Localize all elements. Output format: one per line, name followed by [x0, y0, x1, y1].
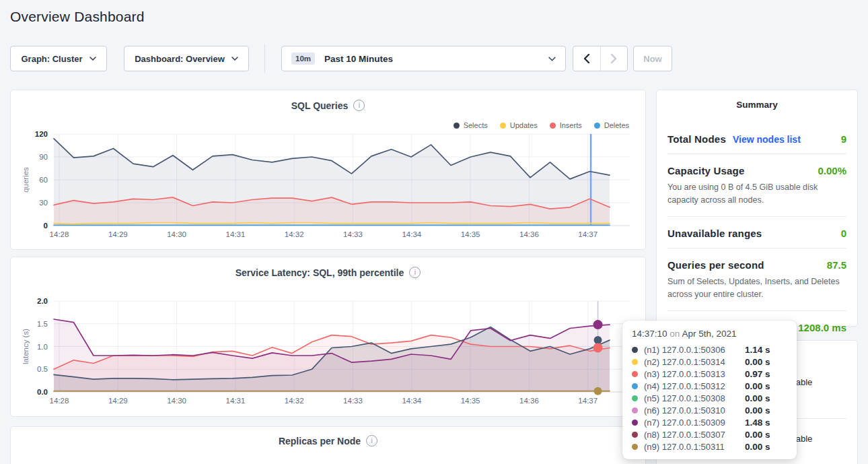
info-icon[interactable]: i: [366, 435, 377, 446]
chevron-down-icon: [548, 57, 556, 61]
svg-text:120: 120: [35, 130, 48, 138]
prev-time-button[interactable]: [573, 46, 600, 71]
dashboard-label: Dashboard: Overview: [135, 54, 225, 64]
svg-text:0.0: 0.0: [37, 388, 48, 396]
tooltip-node-label: (n8) 127.0.0.1:50307: [644, 430, 745, 440]
svg-text:60: 60: [39, 176, 48, 184]
svg-text:0.5: 0.5: [37, 365, 48, 373]
graph-scope-dropdown[interactable]: Graph: Cluster: [10, 46, 107, 71]
tooltip-node-label: (n2) 127.0.0.1:50314: [644, 357, 745, 367]
legend-dot-icon: [594, 123, 600, 129]
summary-value: 9: [841, 133, 846, 145]
tooltip-node-row: (n9) 127.0.0.1:503110.00 s: [632, 440, 787, 453]
summary-row: Queries per second87.5Sum of Selects, Up…: [667, 248, 846, 311]
svg-text:0: 0: [44, 222, 48, 230]
svg-text:14:28: 14:28: [50, 230, 69, 238]
next-time-button[interactable]: [600, 46, 627, 71]
time-step-buttons: [573, 46, 628, 71]
tooltip-node-label: (n9) 127.0.0.1:50311: [644, 442, 745, 452]
chart-title: Replicas per Node: [279, 436, 361, 446]
time-range-label: Past 10 Minutes: [324, 54, 548, 64]
svg-text:14:31: 14:31: [226, 230, 246, 238]
legend-dot-icon: [550, 123, 556, 129]
tooltip-timestamp: 14:37:10 on Apr 5th, 2021: [632, 329, 787, 339]
tooltip-rows: (n1) 127.0.0.1:503061.14 s(n2) 127.0.0.1…: [632, 343, 787, 453]
summary-row-head: Capacity Usage0.00%: [667, 165, 846, 176]
series-dot-icon: [632, 371, 638, 377]
tooltip-node-value: 0.97 s: [745, 369, 770, 379]
svg-text:14:32: 14:32: [285, 230, 304, 238]
legend-item-updates: Updates: [500, 121, 538, 129]
svg-text:14:34: 14:34: [402, 230, 421, 238]
tooltip-node-row: (n7) 127.0.0.1:503091.48 s: [632, 416, 787, 428]
tooltip-node-row: (n1) 127.0.0.1:503061.14 s: [632, 343, 787, 356]
svg-text:14:29: 14:29: [108, 230, 128, 238]
chevron-down-icon: [89, 57, 96, 61]
replicas-title-row: Replicas per Node i: [11, 435, 645, 446]
summary-row: Capacity Usage0.00%You are using 0 B of …: [667, 154, 846, 217]
summary-label: Unavailable ranges: [667, 228, 762, 239]
graph-scope-label: Graph: Cluster: [21, 54, 82, 64]
series-dot-icon: [632, 395, 638, 401]
tooltip-node-value: 0.00 s: [745, 381, 770, 391]
tooltip-node-value: 1.14 s: [745, 345, 770, 355]
tooltip-node-row: (n8) 127.0.0.1:503070.00 s: [632, 428, 787, 440]
series-dot-icon: [632, 444, 638, 450]
summary-value: 0: [841, 228, 846, 239]
summary-description: Sum of Selects, Updates, Inserts, and De…: [667, 275, 846, 302]
svg-text:1.5: 1.5: [37, 320, 48, 328]
controls-separator: [264, 44, 265, 73]
series-dot-icon: [632, 420, 638, 426]
tooltip-node-label: (n7) 127.0.0.1:50309: [644, 418, 745, 428]
dashboard-dropdown[interactable]: Dashboard: Overview: [124, 46, 249, 71]
series-dot-icon: [632, 432, 638, 438]
time-range-badge: 10m: [291, 53, 315, 65]
legend-dot-icon: [500, 123, 506, 129]
view-nodes-list-link[interactable]: View nodes list: [733, 134, 801, 145]
chevron-left-icon: [583, 54, 589, 63]
service-latency-chart[interactable]: 14:2814:2914:3014:3114:3214:3314:3414:35…: [11, 257, 647, 418]
tooltip-node-row: (n2) 127.0.0.1:503140.00 s: [632, 356, 787, 368]
svg-text:14:29: 14:29: [108, 397, 128, 405]
svg-text:14:36: 14:36: [519, 397, 539, 405]
tooltip-node-label: (n4) 127.0.0.1:50312: [644, 381, 745, 391]
svg-text:latency (s): latency (s): [22, 329, 30, 364]
chart-legend: SelectsUpdatesInsertsDeletes: [454, 121, 629, 129]
summary-row-head: Queries per second87.5: [667, 259, 846, 271]
svg-text:14:37: 14:37: [578, 230, 598, 238]
tooltip-node-label: (n3) 127.0.0.1:50313: [644, 369, 745, 379]
replicas-per-node-card: Replicas per Node i: [10, 426, 646, 464]
series-dot-icon: [632, 383, 638, 389]
tooltip-node-value: 0.00 s: [745, 442, 770, 452]
summary-row: Total NodesView nodes list9: [667, 121, 846, 154]
svg-text:1.0: 1.0: [37, 343, 48, 351]
sql-queries-card: SQL Queries i SelectsUpdatesInsertsDelet…: [10, 90, 646, 250]
legend-item-selects: Selects: [454, 121, 488, 129]
summary-value: 87.5: [827, 259, 846, 271]
legend-label: Inserts: [560, 121, 582, 129]
summary-row-head: Total NodesView nodes list9: [667, 133, 846, 145]
tooltip-node-value: 0.00 s: [745, 357, 770, 367]
sql-queries-chart[interactable]: 14:2814:2914:3014:3114:3214:3314:3414:35…: [11, 90, 647, 251]
summary-value: 0.00%: [818, 165, 846, 176]
time-range-selector[interactable]: 10m Past 10 Minutes: [281, 46, 566, 71]
svg-text:14:34: 14:34: [402, 397, 421, 405]
svg-text:14:35: 14:35: [461, 397, 480, 405]
chevron-right-icon: [611, 54, 617, 63]
tooltip-node-value: 0.00 s: [745, 405, 770, 416]
overview-dashboard-page: Overview Dashboard Graph: Cluster Dashbo…: [0, 0, 868, 464]
svg-text:14:31: 14:31: [226, 397, 246, 405]
tooltip-node-row: (n6) 127.0.0.1:503100.00 s: [632, 404, 787, 416]
tooltip-node-label: (n6) 127.0.0.1:50310: [644, 405, 745, 416]
chevron-down-icon: [231, 57, 238, 61]
svg-text:14:37: 14:37: [578, 397, 598, 405]
page-title: Overview Dashboard: [10, 9, 145, 25]
service-latency-card: Service Latency: SQL, 99th percentile i …: [10, 257, 646, 417]
legend-label: Selects: [464, 121, 488, 129]
legend-label: Deletes: [604, 121, 629, 129]
now-button[interactable]: Now: [633, 46, 672, 71]
summary-rows: Total NodesView nodes list9Capacity Usag…: [667, 121, 846, 342]
summary-label: Queries per second: [667, 259, 764, 271]
svg-text:14:28: 14:28: [50, 397, 69, 405]
legend-item-inserts: Inserts: [550, 121, 582, 129]
